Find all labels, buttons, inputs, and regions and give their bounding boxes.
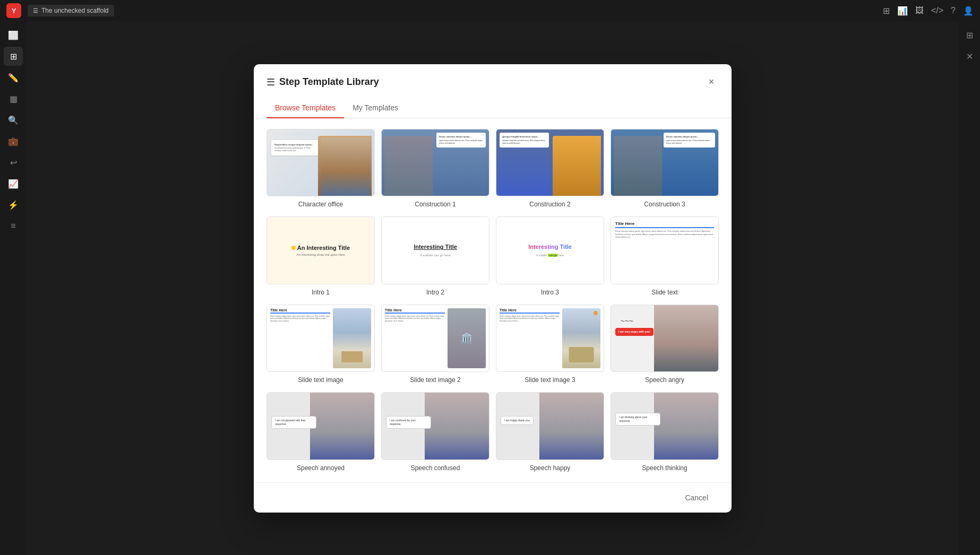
right-sidebar: ⊞ ✕ — [959, 21, 980, 555]
template-name: Intro 3 — [496, 289, 604, 296]
template-name: Intro 1 — [267, 289, 375, 296]
template-item-speech-annoyed[interactable]: I am not pleased with that response Spee… — [267, 392, 375, 472]
template-name: Speech happy — [496, 464, 604, 472]
template-grid: Suspendisse congue aliquam massa... nec … — [267, 129, 719, 472]
template-name: Intro 2 — [381, 289, 489, 296]
main-area: ☰ Step Template Library × Browse Templat… — [27, 21, 959, 555]
template-thumb-intro-2: Interesting Title A subtitle can go here — [381, 216, 489, 284]
active-tab[interactable]: ☰ The unchecked scaffold — [28, 5, 114, 16]
sidebar-item-briefcase[interactable]: 💼 — [4, 132, 23, 151]
grid-icon[interactable]: ⊞ — [883, 6, 890, 16]
sidebar-item-alert[interactable]: ⚡ — [4, 195, 23, 214]
sidebar-item-edit[interactable]: ✏️ — [4, 68, 23, 87]
template-thumb-slide-text-image-2: Title Here Donec maximus aliquet ipsum, … — [381, 305, 489, 372]
template-thumb-slide-text: Title Here Donec maximus aliquet ipsum, … — [611, 216, 719, 284]
chart-icon[interactable]: 📊 — [897, 6, 908, 16]
template-thumb-speech-confused: I am confused by your response — [381, 392, 489, 460]
template-thumb-speech-annoyed: I am not pleased with that response — [267, 392, 375, 460]
modal-footer: Cancel — [254, 482, 732, 513]
topbar-right-icons: ⊞ 📊 🖼 </> ? 👤 — [883, 6, 974, 16]
template-name: Construction 2 — [496, 201, 604, 208]
template-item-intro-1[interactable]: An Interesting Title An interesting stra… — [267, 216, 375, 296]
template-thumb-construction-3: Donec maximus aliquet ipsum... eget curs… — [611, 129, 719, 197]
template-item-construction-3[interactable]: Donec maximus aliquet ipsum... eget curs… — [611, 129, 719, 209]
sidebar-item-table[interactable]: ▦ — [4, 89, 23, 108]
modal-overlay: ☰ Step Template Library × Browse Templat… — [27, 21, 959, 555]
template-item-character-office[interactable]: Suspendisse congue aliquam massa... nec … — [267, 129, 375, 209]
template-item-slide-text-image-2[interactable]: Title Here Donec maximus aliquet ipsum, … — [381, 305, 489, 384]
sidebar-item-menu[interactable]: ≡ — [4, 216, 23, 236]
template-item-construction-1[interactable]: Donec maximus aliquet ipsum... eget curs… — [381, 129, 489, 209]
cancel-button[interactable]: Cancel — [674, 489, 719, 506]
template-item-construction-2[interactable]: Quisque fringilla fermentum neque... ali… — [496, 129, 604, 209]
sidebar-item-search[interactable]: 🔍 — [4, 110, 23, 129]
topbar: Y ☰ The unchecked scaffold ⊞ 📊 🖼 </> ? 👤 — [0, 0, 980, 21]
image-icon[interactable]: 🖼 — [915, 6, 924, 15]
template-item-intro-2[interactable]: Interesting Title A subtitle can go here… — [381, 216, 489, 296]
template-thumb-intro-3: Interesting Title A subtitle can go here — [496, 216, 604, 284]
template-name: Character office — [267, 201, 375, 208]
tab-browse-templates[interactable]: Browse Templates — [267, 98, 344, 118]
modal-header-icon: ☰ — [267, 76, 275, 88]
template-item-speech-confused[interactable]: I am confused by your response Speech co… — [381, 392, 489, 472]
left-sidebar: ⬜ ⊞ ✏️ ▦ 🔍 💼 ↩ 📈 ⚡ ≡ — [0, 21, 27, 555]
modal-tabs: Browse Templates My Templates — [254, 98, 732, 118]
step-template-library-modal: ☰ Step Template Library × Browse Templat… — [254, 64, 732, 513]
template-name: Speech angry — [611, 376, 719, 384]
modal-title: Step Template Library — [279, 76, 704, 88]
template-thumb-slide-text-image: Title Here Donec maximus aliquet ipsum, … — [267, 305, 375, 372]
template-item-slide-text[interactable]: Title Here Donec maximus aliquet ipsum, … — [611, 216, 719, 296]
template-thumb-speech-thinking: I am thinking about your response — [611, 392, 719, 460]
template-name: Speech confused — [381, 464, 489, 472]
template-name: Speech thinking — [611, 464, 719, 472]
modal-body: Suspendisse congue aliquam massa... nec … — [254, 118, 732, 482]
template-name: Slide text image — [267, 376, 375, 384]
template-item-speech-angry[interactable]: I am very angry with you! 〜〜〜 Speech ang… — [611, 305, 719, 384]
user-icon[interactable]: 👤 — [963, 6, 974, 16]
template-item-intro-3[interactable]: Interesting Title A subtitle can go here… — [496, 216, 604, 296]
code-icon[interactable]: </> — [931, 6, 943, 15]
tab-my-templates[interactable]: My Templates — [344, 98, 407, 118]
template-thumb-slide-text-image-3: Title Here Donec maximus aliquet ipsum, … — [496, 305, 604, 372]
app-logo: Y — [6, 3, 21, 18]
template-name: Speech annoyed — [267, 464, 375, 472]
sidebar-item-analytics[interactable]: 📈 — [4, 174, 23, 193]
tab-title: The unchecked scaffold — [41, 7, 109, 14]
sidebar-item-history[interactable]: ↩ — [4, 153, 23, 172]
modal-header: ☰ Step Template Library × — [254, 64, 732, 90]
template-name: Slide text image 2 — [381, 376, 489, 384]
sidebar-item-grid[interactable]: ⊞ — [4, 47, 23, 66]
template-thumb-speech-happy: I am happy thank you — [496, 392, 604, 460]
help-icon[interactable]: ? — [951, 6, 956, 15]
tab-icon: ☰ — [33, 7, 38, 14]
template-item-slide-text-image-3[interactable]: Title Here Donec maximus aliquet ipsum, … — [496, 305, 604, 384]
template-item-speech-thinking[interactable]: I am thinking about your response Speech… — [611, 392, 719, 472]
template-name: Slide text — [611, 289, 719, 296]
right-sidebar-close[interactable]: ✕ — [960, 47, 979, 66]
template-name: Slide text image 3 — [496, 376, 604, 384]
template-item-speech-happy[interactable]: I am happy thank you Speech happy — [496, 392, 604, 472]
right-sidebar-grid[interactable]: ⊞ — [960, 25, 979, 45]
template-thumb-construction-1: Donec maximus aliquet ipsum... eget curs… — [381, 129, 489, 197]
template-name: Construction 3 — [611, 201, 719, 208]
template-thumb-construction-2: Quisque fringilla fermentum neque... ali… — [496, 129, 604, 197]
template-thumb-character-office: Suspendisse congue aliquam massa... nec … — [267, 129, 375, 197]
sidebar-item-monitor[interactable]: ⬜ — [4, 25, 23, 45]
template-thumb-speech-angry: I am very angry with you! 〜〜〜 — [611, 305, 719, 372]
template-item-slide-text-image[interactable]: Title Here Donec maximus aliquet ipsum, … — [267, 305, 375, 384]
template-name: Construction 1 — [381, 201, 489, 208]
template-thumb-intro-1: An Interesting Title An interesting stra… — [267, 216, 375, 284]
modal-close-button[interactable]: × — [704, 75, 719, 90]
